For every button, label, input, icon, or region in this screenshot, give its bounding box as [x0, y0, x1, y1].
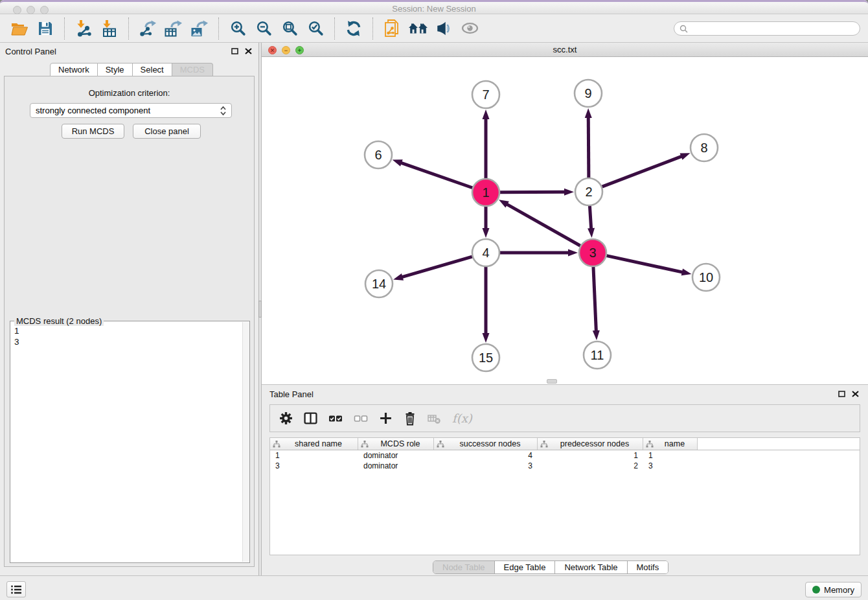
graph-node-1[interactable]: 1 [472, 179, 499, 206]
columns-icon[interactable] [304, 411, 317, 425]
graph-node-7[interactable]: 7 [472, 81, 499, 108]
float-panel-icon[interactable] [231, 48, 238, 54]
tab-node-table[interactable]: Node Table [433, 561, 494, 573]
table-row[interactable]: 1dominator411 [270, 450, 860, 461]
houses-icon[interactable] [407, 17, 429, 40]
toolbar-separator [218, 17, 219, 40]
tab-edge-table[interactable]: Edge Table [494, 561, 555, 573]
edge-2-9[interactable] [588, 117, 589, 178]
edge-1-6[interactable] [400, 163, 472, 188]
tab-motifs[interactable]: Motifs [627, 561, 668, 573]
criterion-dropdown[interactable]: strongly connected component [30, 103, 232, 118]
tab-select[interactable]: Select [133, 63, 172, 76]
table-tabs: Node Table Edge Table Network Table Moti… [433, 560, 668, 574]
function-builder-icon[interactable]: f(x) [452, 411, 472, 425]
table-header-row: shared nameMCDS rolesuccessor nodesprede… [270, 438, 860, 450]
close-panel-icon[interactable] [245, 48, 252, 54]
select-all-icon[interactable] [328, 412, 343, 425]
graph-node-9[interactable]: 9 [575, 80, 602, 107]
tab-mcds[interactable]: MCDS [172, 63, 213, 76]
edge-3-11[interactable] [593, 267, 596, 332]
export-network-icon[interactable] [137, 17, 159, 40]
table-body: 1dominator4113dominator323 [270, 450, 860, 471]
edge-arrowhead [483, 333, 490, 343]
delete-table-icon[interactable] [428, 413, 441, 424]
graph-node-2[interactable]: 2 [575, 178, 602, 205]
table-cell: dominator [358, 461, 434, 471]
zoom-in-icon[interactable] [227, 17, 249, 40]
toolbar-separator [64, 17, 65, 40]
import-table-icon[interactable] [98, 17, 120, 40]
float-table-panel-icon[interactable] [838, 391, 845, 397]
edge-arrowhead [393, 273, 404, 281]
settings-gear-icon[interactable] [279, 411, 293, 425]
run-mcds-button[interactable]: Run MCDS [62, 124, 124, 139]
tab-network[interactable]: Network [50, 63, 98, 76]
node-table: shared nameMCDS rolesuccessor nodesprede… [269, 437, 860, 555]
mcds-result-text[interactable]: 1 3 [10, 323, 242, 562]
column-header-shared-name[interactable]: shared name [270, 438, 358, 450]
graph-node-4[interactable]: 4 [472, 239, 499, 266]
edge-arrowhead [588, 228, 595, 238]
svg-text:11: 11 [591, 348, 604, 362]
search-field[interactable] [674, 21, 860, 36]
import-network-icon[interactable] [73, 17, 95, 40]
canvas-split-handle[interactable] [547, 379, 557, 384]
export-table-icon[interactable] [163, 17, 185, 40]
graph-node-8[interactable]: 8 [691, 134, 718, 161]
graph-node-14[interactable]: 14 [365, 270, 393, 297]
column-header-predecessor-nodes[interactable]: predecessor nodes [538, 438, 643, 450]
table-cell: 3 [434, 461, 538, 471]
megaphone-icon[interactable] [433, 17, 455, 40]
graph-node-11[interactable]: 11 [584, 341, 611, 369]
edge-2-8[interactable] [602, 156, 683, 187]
column-tree-icon [437, 441, 444, 448]
close-table-panel-icon[interactable] [852, 391, 859, 397]
edge-3-10[interactable] [606, 256, 683, 273]
refresh-icon[interactable] [343, 17, 365, 40]
graph-node-10[interactable]: 10 [692, 264, 720, 291]
table-cell: 4 [434, 450, 538, 461]
control-panel-title: Control Panel [5, 47, 56, 56]
table-cell: 2 [538, 461, 643, 471]
memory-status-icon [812, 586, 820, 594]
edge-1-2[interactable] [500, 192, 565, 192]
close-panel-button[interactable]: Close panel [133, 124, 201, 139]
open-session-icon[interactable] [8, 17, 30, 40]
graph-node-6[interactable]: 6 [365, 141, 392, 168]
column-header-MCDS-role[interactable]: MCDS role [358, 438, 434, 450]
column-header-successor-nodes[interactable]: successor nodes [434, 438, 538, 450]
memory-button[interactable]: Memory [805, 582, 862, 597]
show-panels-button[interactable] [6, 581, 26, 597]
tab-network-table[interactable]: Network Table [554, 561, 626, 573]
new-network-from-selection-icon[interactable] [381, 17, 403, 40]
zoom-fit-icon[interactable] [279, 17, 301, 40]
dropdown-spinner-icon [220, 106, 226, 116]
delete-column-icon[interactable] [404, 411, 417, 426]
export-image-icon[interactable] [188, 17, 211, 40]
status-bar: Memory [0, 575, 868, 600]
svg-text:9: 9 [584, 86, 591, 100]
control-panel: Control Panel Network Style Select MCDS … [0, 43, 258, 575]
edge-3-1[interactable] [506, 204, 580, 246]
edge-2-3[interactable] [589, 206, 591, 229]
main-toolbar [0, 14, 868, 43]
network-canvas[interactable]: 7968124314101511 [262, 57, 868, 384]
zoom-selected-icon[interactable] [304, 17, 326, 40]
edge-4-14[interactable] [402, 257, 472, 277]
graph-node-15[interactable]: 15 [472, 344, 499, 371]
column-tree-icon [646, 441, 654, 448]
table-row[interactable]: 3dominator323 [270, 461, 860, 471]
add-column-icon[interactable] [379, 411, 393, 425]
save-session-icon[interactable] [34, 17, 56, 40]
result-scrollbar[interactable] [242, 322, 249, 562]
unselect-all-icon[interactable] [354, 412, 368, 425]
zoom-out-icon[interactable] [253, 17, 275, 40]
tab-style[interactable]: Style [98, 63, 133, 76]
column-header-name[interactable]: name [643, 438, 698, 450]
graph-node-3[interactable]: 3 [579, 239, 606, 266]
eye-icon[interactable] [459, 17, 481, 40]
svg-text:14: 14 [372, 277, 386, 291]
search-input[interactable] [691, 23, 854, 34]
search-icon [680, 25, 688, 33]
